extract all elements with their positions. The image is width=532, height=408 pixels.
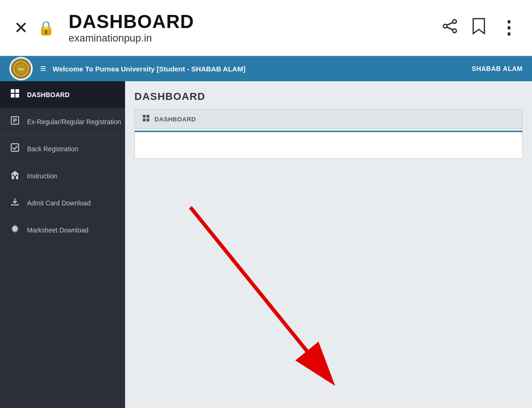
lock-icon: 🔒 (37, 20, 55, 36)
svg-point-1 (453, 29, 456, 33)
svg-rect-8 (11, 89, 14, 93)
sidebar-item-instruction[interactable]: Instruction (0, 162, 125, 190)
svg-line-28 (190, 207, 330, 380)
svg-rect-19 (14, 176, 16, 179)
university-logo: PU (9, 57, 33, 80)
svg-rect-23 (143, 115, 146, 118)
browser-chrome: ✕ 🔒 DASHBOARD examinationpup.in ⋮ (0, 0, 532, 56)
svg-rect-11 (15, 94, 19, 98)
svg-marker-18 (11, 171, 19, 174)
content-panel (134, 131, 523, 159)
sidebar-item-ex-regular-label: Ex-Regular/Regular Registration (27, 118, 121, 126)
top-nav-title: Welcome To Purnea University [Student - … (53, 65, 472, 73)
browser-url: examinationpup.in (69, 32, 194, 44)
sidebar-item-dashboard[interactable]: DASHBOARD (0, 81, 125, 108)
svg-rect-10 (11, 94, 14, 98)
breadcrumb-bar: DASHBOARD (134, 109, 523, 129)
building-icon (9, 170, 21, 182)
main-layout: DASHBOARD Ex-Regular/Regular Registratio… (0, 81, 532, 408)
svg-rect-25 (143, 119, 146, 121)
check-icon (9, 143, 21, 155)
top-nav-username: SHABAB ALAM (472, 65, 523, 72)
svg-rect-26 (147, 119, 149, 121)
bookmark-icon[interactable] (472, 18, 486, 38)
browser-left-controls: ✕ 🔒 DASHBOARD examinationpup.in (14, 11, 194, 44)
sidebar-item-back-registration[interactable]: Back Registration (0, 135, 125, 162)
more-icon[interactable]: ⋮ (500, 18, 518, 38)
annotation-arrow (125, 165, 419, 408)
sidebar-item-admit-card-label: Admit Card Download (27, 199, 91, 207)
svg-text:PU: PU (18, 67, 23, 71)
sidebar-item-dashboard-label: DASHBOARD (27, 91, 70, 98)
sidebar-item-admit-card[interactable]: Admit Card Download (0, 190, 125, 217)
dashboard-icon (9, 89, 21, 100)
breadcrumb-dashboard-icon (142, 114, 150, 124)
top-nav: PU ≡ Welcome To Purnea University [Stude… (0, 56, 532, 81)
svg-line-4 (447, 27, 453, 30)
sidebar-item-ex-regular[interactable]: Ex-Regular/Regular Registration (0, 108, 125, 135)
browser-title: DASHBOARD (69, 11, 194, 32)
breadcrumb-label: DASHBOARD (154, 116, 196, 123)
gear-icon (9, 224, 21, 236)
sidebar-item-marksheet[interactable]: Marksheet Download (0, 217, 125, 244)
sidebar-item-instruction-label: Instruction (27, 172, 57, 180)
svg-rect-20 (13, 175, 14, 176)
download-icon (9, 197, 21, 209)
svg-point-2 (443, 24, 447, 28)
registration-icon (9, 116, 21, 127)
logo-circle: PU (11, 58, 31, 79)
hamburger-icon[interactable]: ≡ (40, 63, 46, 75)
svg-rect-24 (147, 115, 149, 118)
svg-line-3 (447, 22, 453, 25)
content-area: DASHBOARD DASHBOARD (125, 81, 532, 408)
share-icon[interactable] (442, 18, 458, 38)
app-container: PU ≡ Welcome To Purnea University [Stude… (0, 56, 532, 408)
svg-rect-16 (11, 144, 19, 151)
sidebar-item-marksheet-label: Marksheet Download (27, 226, 89, 234)
browser-right-controls: ⋮ (442, 18, 518, 38)
browser-title-area: DASHBOARD examinationpup.in (69, 11, 194, 44)
svg-rect-21 (16, 175, 17, 176)
svg-point-0 (453, 20, 456, 23)
svg-rect-9 (15, 89, 19, 93)
close-icon[interactable]: ✕ (14, 18, 28, 38)
sidebar-item-back-registration-label: Back Registration (27, 145, 78, 153)
sidebar: DASHBOARD Ex-Regular/Regular Registratio… (0, 81, 125, 408)
page-title: DASHBOARD (134, 91, 523, 103)
